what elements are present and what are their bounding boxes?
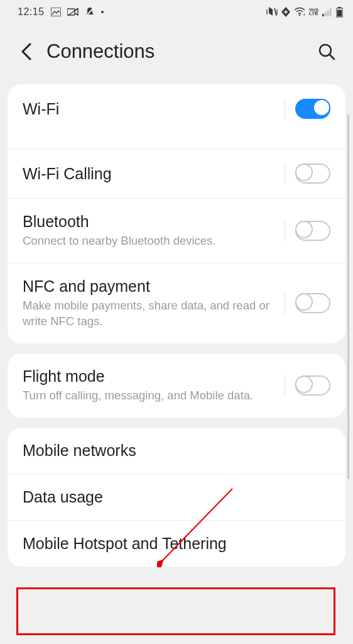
volte-icon: Vo))LTE — [309, 8, 318, 16]
item-nfc[interactable]: NFC and payment Make mobile payments, sh… — [8, 263, 345, 343]
wifi-toggle[interactable] — [295, 99, 330, 119]
flight-desc: Turn off calling, messaging, and Mobile … — [23, 388, 277, 404]
chevron-left-icon — [19, 42, 33, 61]
item-wifi-calling[interactable]: Wi-Fi Calling — [8, 148, 345, 198]
svg-rect-15 — [337, 9, 342, 16]
page-title: Connections — [46, 40, 315, 63]
svg-rect-12 — [330, 8, 332, 16]
header: Connections — [0, 21, 353, 84]
item-data-usage[interactable]: Data usage — [8, 474, 345, 520]
data-usage-label: Data usage — [23, 488, 330, 506]
status-time: 12:15 — [18, 6, 45, 18]
bluetooth-toggle[interactable] — [295, 221, 330, 241]
svg-line-17 — [330, 55, 334, 59]
picture-icon — [51, 8, 61, 16]
signal-icon — [322, 8, 332, 16]
svg-rect-10 — [325, 12, 327, 16]
svg-rect-11 — [327, 10, 329, 16]
card-connectivity: Wi-Fi Wi-Fi Calling Bluetooth Connect to… — [8, 84, 345, 343]
item-mobile-networks[interactable]: Mobile networks — [8, 428, 345, 474]
data-saver-icon — [281, 7, 290, 17]
vibrate-icon — [266, 7, 278, 17]
divider — [285, 163, 285, 184]
mobile-networks-label: Mobile networks — [23, 441, 330, 460]
mobile-hotspot-label: Mobile Hotspot and Tethering — [23, 535, 330, 553]
divider — [285, 98, 285, 119]
card-mobile: Mobile networks Data usage Mobile Hotspo… — [8, 428, 345, 567]
camera-off-icon — [67, 8, 79, 16]
nfc-desc: Make mobile payments, share data, and re… — [23, 298, 277, 330]
wifi-icon: + — [294, 8, 305, 16]
svg-text:+: + — [303, 12, 305, 16]
svg-point-7 — [299, 14, 300, 16]
nfc-toggle[interactable] — [295, 293, 330, 313]
nfc-label: NFC and payment — [23, 277, 277, 296]
highlight-annotation — [16, 587, 335, 635]
status-bar: 12:15 + Vo))LTE — [0, 0, 353, 21]
dnd-icon — [85, 7, 95, 17]
svg-rect-9 — [322, 14, 324, 16]
flight-toggle[interactable] — [295, 375, 330, 396]
back-button[interactable] — [15, 40, 38, 63]
item-flight-mode[interactable]: Flight mode Turn off calling, messaging,… — [8, 353, 345, 418]
wifi-label: Wi-Fi — [23, 100, 277, 118]
battery-icon — [336, 7, 343, 18]
more-dot-icon — [101, 11, 104, 13]
scrollbar[interactable] — [347, 114, 349, 479]
search-icon — [318, 43, 335, 60]
divider — [285, 220, 285, 242]
search-button[interactable] — [315, 40, 338, 63]
flight-label: Flight mode — [23, 367, 277, 386]
divider — [285, 375, 285, 396]
wifi-calling-label: Wi-Fi Calling — [23, 165, 277, 183]
svg-line-4 — [274, 8, 276, 16]
item-wifi[interactable]: Wi-Fi — [8, 84, 345, 148]
card-flight: Flight mode Turn off calling, messaging,… — [8, 353, 345, 418]
item-mobile-hotspot[interactable]: Mobile Hotspot and Tethering — [8, 520, 345, 567]
bluetooth-label: Bluetooth — [23, 213, 277, 231]
divider — [285, 292, 285, 314]
item-bluetooth[interactable]: Bluetooth Connect to nearby Bluetooth de… — [8, 198, 345, 263]
bluetooth-desc: Connect to nearby Bluetooth devices. — [23, 233, 277, 249]
wifi-calling-toggle[interactable] — [295, 164, 330, 184]
